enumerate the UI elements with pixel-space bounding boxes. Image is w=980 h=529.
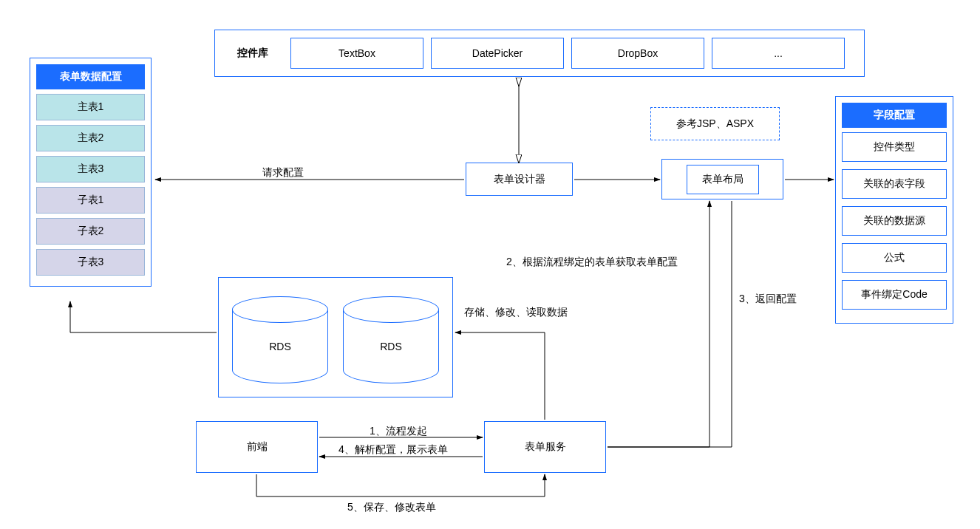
field-item: 公式 bbox=[842, 243, 947, 273]
step5-label: 5、保存、修改表单 bbox=[347, 501, 436, 514]
form-layout-label: 表单布局 bbox=[687, 165, 759, 194]
field-item: 关联的数据源 bbox=[842, 206, 947, 236]
main-table-row: 主表3 bbox=[36, 156, 145, 182]
tool-dropbox: DropBox bbox=[571, 38, 704, 69]
main-table-row: 主表2 bbox=[36, 125, 145, 151]
field-item: 关联的表字段 bbox=[842, 169, 947, 199]
step3-label: 3、返回配置 bbox=[739, 293, 797, 306]
rds-cylinder: RDS bbox=[232, 296, 328, 383]
form-designer-label: 表单设计器 bbox=[494, 173, 545, 186]
reference-label: 参考JSP、ASPX bbox=[676, 117, 754, 131]
frontend-label: 前端 bbox=[247, 440, 268, 454]
reference-note: 参考JSP、ASPX bbox=[650, 107, 780, 140]
field-item: 事件绑定Code bbox=[842, 280, 947, 310]
database-group: RDS RDS bbox=[218, 277, 453, 397]
form-service-box: 表单服务 bbox=[484, 421, 606, 473]
data-config-panel: 表单数据配置 主表1 主表2 主表3 子表1 子表2 子表3 bbox=[30, 58, 152, 287]
sub-table-row: 子表1 bbox=[36, 187, 145, 214]
frontend-box: 前端 bbox=[196, 421, 318, 473]
rds-cylinder: RDS bbox=[343, 296, 439, 383]
sub-table-row: 子表2 bbox=[36, 218, 145, 245]
tool-datepicker: DatePicker bbox=[431, 38, 564, 69]
control-library-toolbar: 控件库 TextBox DatePicker DropBox ... bbox=[214, 30, 865, 77]
step2-label: 2、根据流程绑定的表单获取表单配置 bbox=[506, 256, 678, 269]
request-config-label: 请求配置 bbox=[262, 166, 304, 180]
toolbar-label: 控件库 bbox=[222, 47, 283, 60]
field-item: 控件类型 bbox=[842, 132, 947, 162]
form-layout-box: 表单布局 bbox=[661, 159, 783, 199]
form-designer-box: 表单设计器 bbox=[466, 163, 573, 196]
sub-table-row: 子表3 bbox=[36, 249, 145, 276]
tool-textbox: TextBox bbox=[290, 38, 423, 69]
rds-label: RDS bbox=[269, 341, 291, 352]
rds-label: RDS bbox=[380, 341, 402, 352]
field-config-panel: 字段配置 控件类型 关联的表字段 关联的数据源 公式 事件绑定Code bbox=[835, 96, 953, 324]
form-service-label: 表单服务 bbox=[525, 440, 566, 454]
step4-label: 4、解析配置，展示表单 bbox=[338, 443, 448, 457]
data-config-title: 表单数据配置 bbox=[36, 64, 145, 89]
db-ops-label: 存储、修改、读取数据 bbox=[464, 306, 568, 319]
tool-more: ... bbox=[712, 38, 845, 69]
field-config-title: 字段配置 bbox=[842, 103, 947, 128]
step1-label: 1、流程发起 bbox=[370, 425, 427, 438]
main-table-row: 主表1 bbox=[36, 94, 145, 120]
